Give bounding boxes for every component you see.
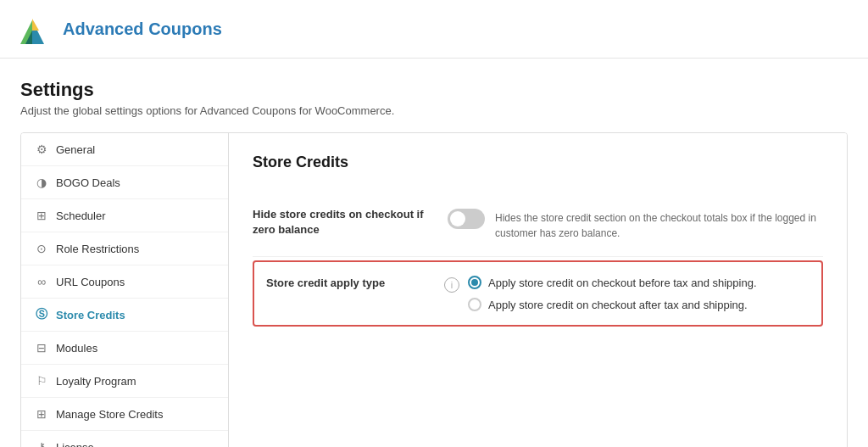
sidebar-icon-general: ⚙	[35, 142, 48, 156]
page-body: Settings Adjust the global settings opti…	[0, 59, 868, 447]
sidebar-label-bogo-deals: BOGO Deals	[56, 176, 120, 189]
svg-marker-2	[32, 19, 39, 31]
sidebar-icon-bogo-deals: ◑	[35, 176, 48, 189]
sidebar-label-role-restrictions: Role Restrictions	[56, 243, 139, 255]
sidebar-item-url-coupons[interactable]: ∞URL Coupons	[21, 265, 228, 299]
radio-option-after-tax[interactable]: Apply store credit on checkout after tax…	[468, 298, 757, 311]
sidebar-item-scheduler[interactable]: ⊞Scheduler	[21, 199, 228, 232]
info-icon-apply-type[interactable]: i	[444, 277, 459, 293]
sidebar-label-manage-store-credits: Manage Store Credits	[56, 408, 163, 421]
sidebar-icon-modules: ⊟	[35, 341, 48, 355]
settings-layout: ⚙General◑BOGO Deals⊞Scheduler⊙Role Restr…	[20, 132, 848, 447]
sidebar-item-loyalty-program[interactable]: ⚐Loyalty Program	[21, 365, 228, 398]
sidebar-icon-license: ⚷	[35, 440, 48, 447]
sidebar-item-manage-store-credits[interactable]: ⊞Manage Store Credits	[21, 398, 228, 431]
sidebar-item-store-credits[interactable]: ⓈStore Credits	[21, 299, 228, 332]
radio-circle-before-tax	[468, 276, 481, 289]
setting-description-hide-zero-balance: Hides the store credit section on the ch…	[495, 207, 823, 241]
sidebar-label-url-coupons: URL Coupons	[56, 276, 125, 288]
sidebar-item-modules[interactable]: ⊟Modules	[21, 332, 228, 365]
app-header: Advanced Coupons	[0, 0, 868, 59]
setting-label-hide-zero-balance: Hide store credits on checkout if zero b…	[253, 207, 448, 237]
page-title: Settings	[20, 79, 848, 101]
toggle-hide-zero-balance[interactable]	[448, 209, 485, 229]
sidebar-label-general: General	[56, 143, 95, 156]
setting-label-apply-type: Store credit apply type	[266, 276, 444, 291]
section-title: Store Credits	[253, 154, 823, 171]
sidebar-icon-url-coupons: ∞	[35, 275, 48, 288]
sidebar-item-role-restrictions[interactable]: ⊙Role Restrictions	[21, 232, 228, 265]
sidebar-label-loyalty-program: Loyalty Program	[56, 375, 136, 388]
setting-row-apply-type: Store credit apply type i Apply store cr…	[253, 260, 823, 327]
sidebar-label-license: License	[56, 441, 94, 448]
setting-row-hide-zero-balance: Hide store credits on checkout if zero b…	[253, 192, 823, 257]
sidebar-icon-loyalty-program: ⚐	[35, 374, 48, 388]
radio-circle-after-tax	[468, 298, 481, 311]
sidebar-label-modules: Modules	[56, 342, 97, 355]
page-subtitle: Adjust the global settings options for A…	[20, 104, 848, 117]
settings-sidebar: ⚙General◑BOGO Deals⊞Scheduler⊙Role Restr…	[21, 133, 229, 447]
sidebar-label-scheduler: Scheduler	[56, 210, 106, 222]
app-logo-icon	[20, 12, 54, 46]
sidebar-icon-role-restrictions: ⊙	[35, 242, 48, 255]
sidebar-icon-store-credits: Ⓢ	[35, 308, 48, 321]
sidebar-item-license[interactable]: ⚷License	[21, 431, 228, 447]
radio-options-apply-type: Apply store credit on checkout before ta…	[468, 276, 757, 311]
setting-control-hide-zero-balance: Hides the store credit section on the ch…	[448, 207, 823, 241]
sidebar-item-bogo-deals[interactable]: ◑BOGO Deals	[21, 166, 228, 199]
brand-name: Advanced Coupons	[63, 20, 222, 39]
settings-main: Store Credits Hide store credits on chec…	[229, 133, 847, 447]
sidebar-icon-scheduler: ⊞	[35, 209, 48, 222]
setting-control-apply-type: i Apply store credit on checkout before …	[444, 276, 810, 311]
sidebar-item-general[interactable]: ⚙General	[21, 133, 228, 166]
radio-option-before-tax[interactable]: Apply store credit on checkout before ta…	[468, 276, 757, 289]
sidebar-icon-manage-store-credits: ⊞	[35, 407, 48, 421]
sidebar-label-store-credits: Store Credits	[56, 309, 125, 321]
toggle-slider	[448, 209, 485, 229]
